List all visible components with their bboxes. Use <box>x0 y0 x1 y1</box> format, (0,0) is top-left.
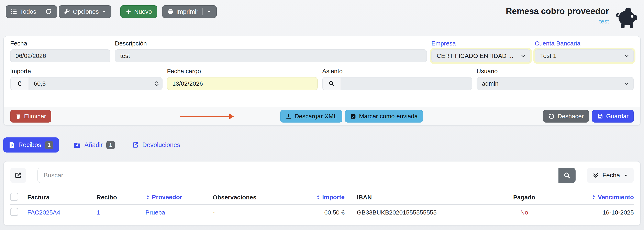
col-pagado: Pagado <box>490 194 563 201</box>
chevron-down-icon <box>624 81 629 86</box>
sort-icon <box>316 194 320 200</box>
chevron-down-icon <box>624 53 629 59</box>
usuario-value: admin <box>482 80 498 87</box>
recibos-list-card: Fecha Factura Recibo Proveedor Observaci… <box>3 161 641 225</box>
proveedor-link[interactable]: Prueba <box>146 209 165 216</box>
nuevo-label: Nuevo <box>134 8 152 15</box>
chevron-down-icon <box>520 53 526 59</box>
fecha-cargo-label: Fecha cargo <box>167 68 318 75</box>
empresa-value: CERTIFICADO ENTIDAD ... <box>437 52 513 59</box>
deshacer-button[interactable]: Deshacer <box>543 110 589 123</box>
search-input[interactable] <box>38 168 558 183</box>
descargar-xml-label: Descargar XML <box>294 113 337 120</box>
trash-icon <box>16 113 21 119</box>
todos-label: Todos <box>20 8 36 15</box>
caret-down-icon <box>624 173 628 178</box>
page-title: Remesa cobro proveedor <box>506 6 609 16</box>
fecha-cargo-input[interactable] <box>167 77 318 90</box>
search-icon[interactable] <box>322 78 341 90</box>
todos-button[interactable]: Todos <box>6 5 57 18</box>
angles-down-icon <box>593 172 599 178</box>
caret-down-icon[interactable] <box>207 9 212 14</box>
pagado-value: No <box>520 209 528 216</box>
empresa-label: Empresa <box>431 40 530 47</box>
sort-order-button[interactable]: Fecha <box>587 168 634 183</box>
cuenta-bancaria-select[interactable]: Test 1 <box>535 49 634 62</box>
form-actions-bar: Eliminar Descargar XML Marcar como envia… <box>4 107 640 125</box>
number-stepper[interactable] <box>152 78 162 90</box>
remesa-form-card: Fecha Descripción Empresa CERTIFICADO EN… <box>3 36 641 126</box>
remesa-page: Todos Opciones Nuevo Imprimir Remesa cob… <box>0 0 644 230</box>
tab-recibos-badge: 1 <box>45 141 53 149</box>
observaciones-value: - <box>213 209 215 216</box>
refresh-icon[interactable] <box>45 8 52 15</box>
usuario-label: Usuario <box>476 68 634 75</box>
fecha-input[interactable] <box>10 49 110 62</box>
tab-devoluciones[interactable]: Devoluciones <box>130 137 183 152</box>
asiento-input[interactable] <box>341 78 472 90</box>
detail-tabs: $ Recibos 1 Añadir 1 Devoluciones <box>3 137 183 152</box>
printer-icon <box>168 9 174 15</box>
importe-value: 60,50 € <box>282 209 351 216</box>
col-importe-sort[interactable]: Importe <box>316 194 344 201</box>
search-icon <box>564 172 570 179</box>
share-icon <box>132 142 139 148</box>
annotation-arrow <box>180 116 230 117</box>
invoice-icon: $ <box>9 142 15 148</box>
table-row[interactable]: FAC2025A4 1 Prueba - 60,50 € GB33BUKB202… <box>10 205 634 220</box>
importe-input[interactable] <box>29 78 152 90</box>
sort-label: Fecha <box>602 172 620 179</box>
factura-link[interactable]: FAC2025A4 <box>27 209 60 216</box>
list-icon <box>11 9 17 15</box>
page-header: Remesa cobro proveedor test <box>506 5 609 25</box>
external-link-icon <box>15 172 22 179</box>
button-divider <box>202 8 203 15</box>
opciones-label: Opciones <box>73 8 99 15</box>
tab-recibos[interactable]: $ Recibos 1 <box>3 137 59 152</box>
tab-anadir[interactable]: Añadir 1 <box>71 137 117 152</box>
recibo-link[interactable]: 1 <box>96 209 100 216</box>
piggy-bank-icon <box>614 7 638 29</box>
undo-icon <box>548 113 555 119</box>
empresa-select[interactable]: CERTIFICADO ENTIDAD ... <box>431 49 530 62</box>
eliminar-button[interactable]: Eliminar <box>10 110 51 123</box>
vencimiento-value: 16-10-2025 <box>563 209 634 216</box>
importe-label: Importe <box>10 68 162 75</box>
page-subtitle: test <box>506 18 609 25</box>
plus-icon <box>126 9 131 15</box>
col-factura: Factura <box>27 194 96 201</box>
imprimir-label: Imprimir <box>176 8 198 15</box>
descripcion-label: Descripción <box>115 40 427 47</box>
folder-plus-icon <box>74 142 81 148</box>
descargar-xml-button[interactable]: Descargar XML <box>280 110 342 123</box>
search-button[interactable] <box>558 168 576 183</box>
marcar-enviada-button[interactable]: Marcar como enviada <box>345 110 423 123</box>
col-vencimiento-sort[interactable]: Vencimiento <box>591 194 634 201</box>
tab-anadir-label: Añadir <box>84 141 103 149</box>
row-checkbox[interactable] <box>10 208 18 216</box>
guardar-label: Guardar <box>606 113 628 120</box>
col-observaciones: Observaciones <box>213 194 282 201</box>
calendar-check-icon <box>350 113 356 119</box>
table-header-row: Factura Recibo Proveedor Observaciones I… <box>10 190 634 205</box>
imprimir-button[interactable]: Imprimir <box>162 5 217 18</box>
sort-icon <box>591 194 596 200</box>
descripcion-input[interactable] <box>115 49 427 62</box>
guardar-button[interactable]: Guardar <box>592 110 634 123</box>
tab-anadir-badge: 1 <box>106 141 115 149</box>
euro-symbol: € <box>10 78 29 90</box>
sort-icon <box>146 194 150 200</box>
select-all-checkbox[interactable] <box>10 193 18 201</box>
col-iban: IBAN <box>351 194 490 201</box>
marcar-enviada-label: Marcar como enviada <box>359 113 418 120</box>
col-recibo: Recibo <box>96 194 146 201</box>
tab-devoluciones-label: Devoluciones <box>142 141 180 149</box>
caret-down-icon <box>102 9 106 14</box>
deshacer-label: Deshacer <box>558 113 584 120</box>
nuevo-button[interactable]: Nuevo <box>120 5 157 18</box>
col-proveedor-sort[interactable]: Proveedor <box>146 194 182 201</box>
usuario-select[interactable]: admin <box>476 77 634 90</box>
recibos-table: Factura Recibo Proveedor Observaciones I… <box>10 190 634 220</box>
opciones-button[interactable]: Opciones <box>59 5 112 18</box>
export-button[interactable] <box>10 168 26 183</box>
